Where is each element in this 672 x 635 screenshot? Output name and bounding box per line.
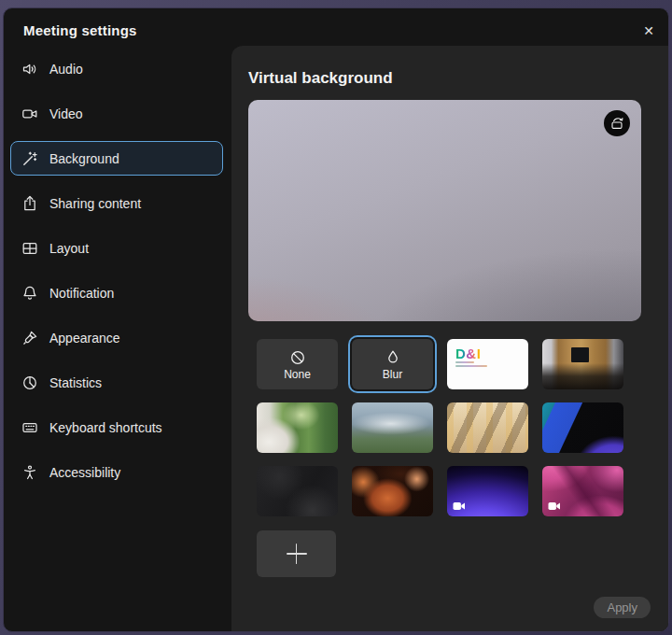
dialog-title: Meeting settings [23, 22, 137, 38]
sidebar-item-audio[interactable]: Audio [10, 51, 223, 86]
settings-sidebar: Audio Video Background Sharing content L… [10, 51, 223, 500]
none-icon [288, 348, 307, 367]
keyboard-icon [21, 419, 38, 436]
flip-camera-icon [609, 116, 624, 131]
background-thumbnail-dni-logo[interactable]: D&I [447, 339, 528, 389]
sidebar-item-label: Audio [49, 62, 83, 77]
meeting-settings-dialog: Meeting settings ✕ Audio Video Backgroun… [3, 7, 669, 632]
sidebar-item-accessibility[interactable]: Accessibility [10, 455, 223, 489]
sidebar-item-label: Sharing content [49, 196, 141, 211]
background-thumbnail-office-room[interactable] [542, 339, 623, 389]
sidebar-item-notification[interactable]: Notification [10, 275, 223, 310]
paintbrush-icon [21, 330, 38, 346]
background-thumbnail-living-room[interactable] [257, 402, 338, 453]
background-thumbnail-grid: None Blur D&I [257, 339, 623, 516]
video-camera-badge-icon [548, 501, 561, 511]
title-bar[interactable]: Meeting settings ✕ [4, 8, 668, 49]
sidebar-item-label: Video [49, 106, 83, 121]
camera-preview [248, 100, 641, 321]
background-option-none[interactable]: None [257, 339, 338, 389]
speaker-icon [21, 61, 38, 78]
sidebar-item-statistics[interactable]: Statistics [10, 365, 223, 400]
background-thumbnail-abstract-blue-purple[interactable] [542, 402, 623, 453]
close-button[interactable]: ✕ [637, 20, 660, 42]
share-icon [21, 195, 38, 212]
sidebar-item-label: Background [49, 151, 119, 166]
sidebar-item-background[interactable]: Background [10, 141, 223, 176]
add-background-row [257, 530, 668, 581]
sidebar-item-video[interactable]: Video [10, 96, 223, 131]
background-thumbnail-window-light[interactable] [447, 402, 528, 453]
sidebar-item-appearance[interactable]: Appearance [10, 320, 223, 355]
sidebar-item-label: Notification [49, 286, 114, 301]
background-thumbnail-dark-waves[interactable] [257, 466, 338, 516]
sidebar-item-sharing-content[interactable]: Sharing content [10, 186, 223, 220]
video-camera-badge-icon [453, 501, 466, 511]
background-thumbnail-pink-waves-video[interactable] [542, 466, 623, 516]
sidebar-item-layout[interactable]: Layout [10, 231, 223, 265]
accessibility-icon [21, 464, 38, 481]
thumbnail-label: None [284, 368, 311, 381]
sidebar-item-label: Appearance [49, 331, 120, 346]
bell-icon [21, 285, 38, 302]
apply-button[interactable]: Apply [594, 597, 651, 618]
sidebar-item-label: Keyboard shortcuts [49, 420, 162, 435]
sidebar-item-keyboard-shortcuts[interactable]: Keyboard shortcuts [10, 410, 223, 444]
add-background-button[interactable] [257, 530, 336, 577]
panel-title: Virtual background [248, 68, 668, 89]
background-option-blur[interactable]: Blur [352, 339, 433, 389]
background-thumbnail-purple-gradient-video[interactable] [447, 466, 528, 516]
pie-chart-icon [21, 374, 38, 391]
layout-grid-icon [21, 240, 38, 257]
screen: Meeting settings ✕ Audio Video Backgroun… [0, 0, 672, 635]
magic-wand-icon [21, 150, 38, 167]
video-camera-icon [21, 106, 38, 122]
dni-logo-text: D&I [455, 346, 481, 361]
dni-caption-lines [455, 361, 487, 367]
mirror-video-button[interactable] [604, 110, 630, 136]
sidebar-item-label: Accessibility [49, 465, 120, 480]
background-thumbnail-blurred-mountains[interactable] [352, 402, 433, 453]
blur-drop-icon [384, 348, 402, 367]
background-thumbnail-orange-marble[interactable] [352, 466, 433, 516]
virtual-background-panel: Virtual background None Blur D&I [231, 46, 668, 631]
close-icon: ✕ [643, 23, 654, 38]
sidebar-item-label: Statistics [49, 375, 102, 390]
sidebar-item-label: Layout [49, 241, 89, 256]
thumbnail-label: Blur [383, 368, 402, 381]
